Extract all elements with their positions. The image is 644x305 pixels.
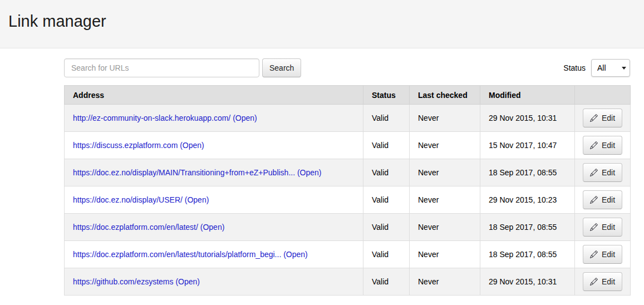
address-cell: https://github.com/ezsystems (Open) [65,268,363,296]
url-link[interactable]: https://doc.ezplatform.com/en/latest/ [73,223,198,232]
open-link[interactable]: (Open) [175,277,200,286]
modified-cell: 18 Sep 2017, 08:55 [480,241,575,268]
column-header-last-checked: Last checked [410,86,480,105]
table-row: https://doc.ez.no/display/MAIN/Transitio… [65,159,631,186]
last-checked-cell: Never [410,132,480,159]
status-select-wrap: All [591,59,630,77]
actions-cell: Edit [575,214,631,241]
edit-button-label: Edit [602,250,615,259]
address-cell: https://doc.ez.no/display/MAIN/Transitio… [65,159,363,186]
edit-button-label: Edit [602,223,615,232]
url-link[interactable]: https://github.com/ezsystems [73,277,174,286]
status-cell: Valid [363,214,410,241]
status-cell: Valid [363,268,410,296]
table-row: https://doc.ezplatform.com/en/latest/ (O… [65,214,631,241]
pencil-icon [590,278,598,286]
content: Search Status All Address Status Last ch… [64,58,630,296]
status-cell: Valid [363,186,410,214]
status-filter: Status All [563,59,630,77]
last-checked-cell: Never [410,241,480,268]
pencil-icon [590,169,598,176]
actions-cell: Edit [575,186,631,214]
last-checked-cell: Never [410,186,480,214]
column-header-modified: Modified [480,86,575,105]
column-header-address: Address [65,86,363,105]
links-table: Address Status Last checked Modified htt… [64,85,631,296]
page-header: Link manager [0,0,644,48]
pencil-icon [590,223,598,231]
table-row: http://ez-community-on-slack.herokuapp.c… [65,105,631,132]
table-header-row: Address Status Last checked Modified [65,86,631,105]
search-input[interactable] [64,58,259,77]
edit-button[interactable]: Edit [583,136,622,155]
modified-cell: 29 Nov 2015, 10:31 [480,105,575,132]
open-link[interactable]: (Open) [180,141,204,150]
edit-button-label: Edit [602,141,615,150]
address-cell: https://doc.ez.no/display/USER/ (Open) [65,186,363,214]
pencil-icon [590,114,598,122]
table-row: https://github.com/ezsystems (Open) Vali… [65,268,631,296]
modified-cell: 15 Nov 2017, 10:47 [480,132,575,159]
edit-button-label: Edit [602,114,615,122]
status-cell: Valid [363,159,410,186]
status-filter-label: Status [563,63,586,72]
last-checked-cell: Never [410,214,480,241]
edit-button[interactable]: Edit [583,218,622,237]
modified-cell: 29 Nov 2015, 10:23 [480,186,575,214]
last-checked-cell: Never [410,159,480,186]
open-link[interactable]: (Open) [233,114,257,122]
page-title: Link manager [8,12,636,31]
address-cell: https://discuss.ezplatform.com (Open) [65,132,363,159]
controls-bar: Search Status All [64,58,630,77]
edit-button-label: Edit [602,277,615,286]
column-header-status: Status [363,86,410,105]
address-cell: https://doc.ezplatform.com/en/latest/ (O… [65,214,363,241]
column-header-actions [575,86,631,105]
open-link[interactable]: (Open) [297,168,322,177]
modified-cell: 29 Nov 2015, 10:31 [480,268,575,296]
edit-button[interactable]: Edit [583,245,622,264]
search-button[interactable]: Search [262,58,301,77]
status-select[interactable]: All [591,59,630,77]
pencil-icon [590,141,598,149]
url-link[interactable]: https://doc.ezplatform.com/en/latest/tut… [73,250,281,259]
status-cell: Valid [363,105,410,132]
edit-button[interactable]: Edit [583,272,622,291]
modified-cell: 18 Sep 2017, 08:55 [480,159,575,186]
actions-cell: Edit [575,241,631,268]
status-cell: Valid [363,132,410,159]
edit-button-label: Edit [602,195,615,204]
edit-button[interactable]: Edit [583,190,622,209]
modified-cell: 18 Sep 2017, 08:55 [480,214,575,241]
table-row: https://doc.ez.no/display/USER/ (Open) V… [65,186,631,214]
open-link[interactable]: (Open) [200,223,225,232]
url-link[interactable]: https://doc.ez.no/display/USER/ [73,195,183,204]
actions-cell: Edit [575,159,631,186]
actions-cell: Edit [575,132,631,159]
edit-button-label: Edit [602,168,615,177]
open-link[interactable]: (Open) [185,195,209,204]
edit-button[interactable]: Edit [583,109,622,127]
last-checked-cell: Never [410,105,480,132]
address-cell: http://ez-community-on-slack.herokuapp.c… [65,105,363,132]
status-cell: Valid [363,241,410,268]
table-row: https://doc.ezplatform.com/en/latest/tut… [65,241,631,268]
edit-button[interactable]: Edit [583,163,622,182]
url-link[interactable]: http://ez-community-on-slack.herokuapp.c… [73,114,230,122]
pencil-icon [590,196,598,204]
actions-cell: Edit [575,268,631,296]
url-link[interactable]: https://discuss.ezplatform.com [73,141,178,150]
pencil-icon [590,250,598,258]
address-cell: https://doc.ezplatform.com/en/latest/tut… [65,241,363,268]
actions-cell: Edit [575,105,631,132]
last-checked-cell: Never [410,268,480,296]
url-link[interactable]: https://doc.ez.no/display/MAIN/Transitio… [73,168,295,177]
table-row: https://discuss.ezplatform.com (Open) Va… [65,132,631,159]
open-link[interactable]: (Open) [283,250,308,259]
